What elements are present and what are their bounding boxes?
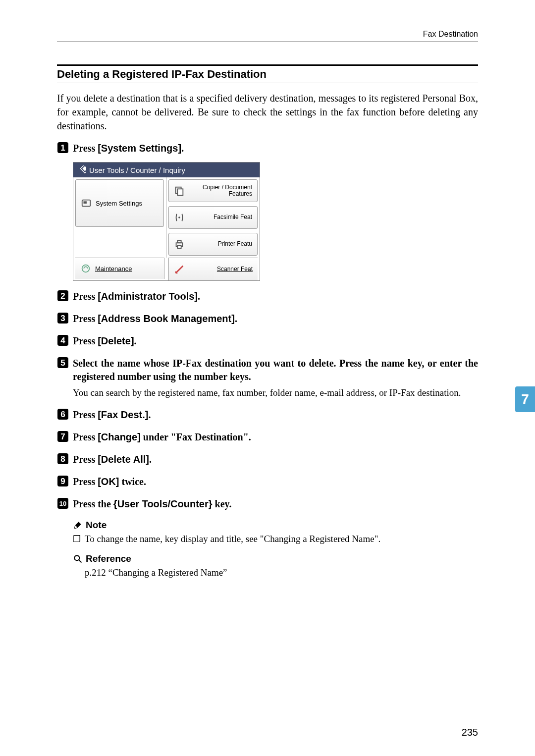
step-4-ui: [Delete] [98, 335, 134, 346]
note-item: ❒ To change the name, key display and ti… [73, 534, 478, 544]
svg-text:10: 10 [59, 500, 66, 507]
step-6-prefix: Press [73, 409, 98, 420]
note-item-text: To change the name, key display and titl… [85, 534, 380, 544]
step-9: 9 Press [OK] twice. [57, 475, 478, 488]
svg-rect-10 [177, 241, 181, 243]
printer-label: Printer Featu [189, 241, 252, 247]
svg-rect-5 [84, 201, 87, 204]
svg-text:6: 6 [60, 410, 65, 419]
step-9-suffix: twice. [119, 476, 146, 487]
printer-icon [174, 239, 185, 250]
svg-rect-7 [177, 189, 183, 195]
step-9-prefix: Press [73, 476, 98, 487]
step-number-icon-9: 9 [57, 475, 69, 487]
svg-text:5: 5 [60, 358, 65, 368]
embedded-screenshot: User Tools / Counter / Inquiry System Se… [73, 162, 260, 281]
intro-paragraph: If you delete a destination that is a sp… [57, 91, 478, 133]
running-header: Fax Destination [57, 30, 478, 42]
step-number-icon-5: 5 [57, 357, 69, 369]
step-3-prefix: Press [73, 313, 98, 324]
step-8-prefix: Press [73, 454, 98, 465]
scanner-label: Scanner Feat [189, 266, 253, 272]
copier-features-button[interactable]: Copier / Document Features [168, 179, 258, 202]
step-5-sub: You can search by the registered name, f… [73, 386, 478, 399]
page-number: 235 [462, 727, 478, 738]
svg-rect-3 [82, 166, 86, 171]
pencil-icon [73, 520, 83, 530]
step-number-icon-4: 4 [57, 334, 69, 346]
step-1-prefix: Press [73, 143, 98, 154]
step-6-ui: [Fax Dest.] [98, 409, 148, 420]
step-1-suffix: . [181, 143, 184, 154]
diamond-icon [77, 165, 86, 174]
svg-text:9: 9 [60, 477, 65, 486]
svg-text:4: 4 [60, 336, 65, 345]
step-2: 2 Press [Administrator Tools]. [57, 290, 478, 303]
step-number-icon-3: 3 [57, 312, 69, 324]
step-10-key: {User Tools/Counter} [113, 498, 213, 509]
step-number-icon-1: 1 [57, 142, 69, 154]
svg-text:7: 7 [60, 432, 65, 441]
step-2-ui: [Administrator Tools] [98, 291, 198, 302]
step-6: 6 Press [Fax Dest.]. [57, 408, 478, 422]
system-settings-label: System Settings [96, 200, 142, 207]
step-2-suffix: . [198, 291, 200, 302]
svg-rect-11 [177, 246, 181, 249]
system-settings-button[interactable]: System Settings [75, 179, 164, 227]
section-title: Deleting a Registered IP-Fax Destination [57, 64, 478, 83]
step-3-ui: [Address Book Management] [98, 313, 235, 324]
step-4-prefix: Press [73, 335, 98, 346]
svg-text:3: 3 [60, 314, 65, 323]
fax-features-button[interactable]: Facsimile Feat [168, 206, 258, 229]
step-number-icon-2: 2 [57, 290, 69, 302]
step-number-icon-8: 8 [57, 453, 69, 465]
step-8-ui: [Delete All] [98, 454, 149, 465]
scanner-features-button[interactable]: Scanner Feat [168, 258, 258, 280]
step-6-suffix: . [148, 409, 151, 420]
svg-point-12 [82, 265, 90, 272]
step-1: 1 Press [System Settings]. [57, 142, 478, 155]
maintenance-icon [80, 263, 91, 274]
svg-text:2: 2 [60, 291, 65, 301]
reference-body: p.212 “Changing a Registered Name” [85, 567, 478, 578]
step-7-suffix: under "Fax Destination". [141, 432, 251, 442]
step-4: 4 Press [Delete]. [57, 334, 478, 348]
step-number-icon-10: 10 [57, 497, 69, 509]
svg-line-32 [79, 559, 82, 562]
step-9-ui: [OK] [98, 476, 119, 487]
maintenance-label: Maintenance [95, 265, 132, 272]
scanner-icon [174, 264, 185, 275]
step-7-ui: [Change] [98, 432, 141, 442]
step-3-suffix: . [235, 313, 237, 324]
step-10-suffix: key. [213, 498, 232, 509]
step-7-prefix: Press [73, 432, 98, 442]
reference-head-text: Reference [86, 553, 131, 564]
copier-label: Copier / Document Features [189, 184, 252, 197]
step-number-icon-6: 6 [57, 408, 69, 420]
step-number-icon-7: 7 [57, 431, 69, 442]
step-1-ui: [System Settings] [98, 143, 181, 154]
reference-heading: Reference [73, 553, 478, 564]
step-4-suffix: . [134, 335, 137, 346]
fax-icon [174, 212, 185, 223]
chapter-tab: 7 [515, 386, 535, 412]
maintenance-button[interactable]: Maintenance [75, 258, 164, 279]
copier-icon [174, 185, 185, 196]
magnifier-icon [73, 554, 83, 564]
step-2-prefix: Press [73, 291, 98, 302]
step-5: 5 Select the name whose IP-Fax destinati… [57, 357, 478, 383]
step-7: 7 Press [Change] under "Fax Destination"… [57, 431, 478, 444]
screenshot-header: User Tools / Counter / Inquiry [73, 162, 260, 177]
printer-features-button[interactable]: Printer Featu [168, 233, 258, 256]
svg-text:1: 1 [60, 143, 65, 153]
step-3: 3 Press [Address Book Management]. [57, 312, 478, 325]
fax-label: Facsimile Feat [189, 214, 252, 220]
system-settings-icon [81, 198, 92, 209]
note-head-text: Note [86, 520, 107, 531]
step-5-text: Select the name whose IP-Fax destination… [73, 358, 478, 382]
svg-point-8 [178, 216, 180, 218]
step-10: 10 Press the {User Tools/Counter} key. [57, 497, 478, 511]
step-8-suffix: . [149, 454, 152, 465]
step-8: 8 Press [Delete All]. [57, 453, 478, 466]
note-heading: Note [73, 520, 478, 531]
